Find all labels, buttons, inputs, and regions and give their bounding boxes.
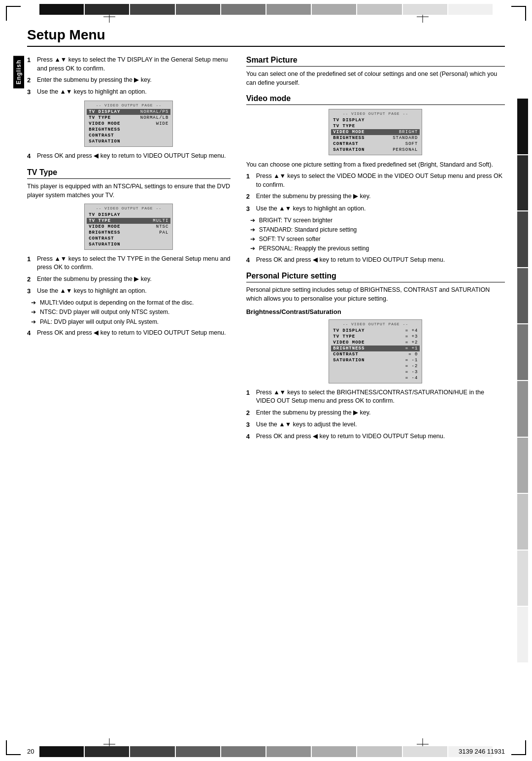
osd-br-row-1: TV DISPLAY = +4 [331,328,420,334]
osd-screen-brightness: -- VIDEO OUTPUT PAGE -- TV DISPLAY = +4 … [329,319,422,383]
corner-bl [6,740,21,755]
vm-bullet-arrow-3: ➔ [250,235,257,243]
left-column: English 1 Press ▲▼ keys to select the TV… [27,56,231,734]
osd1-row-2: TV TYPE NORMAL/LB [87,115,170,121]
osd2-row-1: TV DISPLAY [87,212,170,218]
vm-step-4-num: 4 [246,256,253,265]
br-step-1-text: Press ▲▼ keys to select the BRIGHTNESS/C… [256,388,505,406]
step-3-text: Use the ▲▼ keys to highlight an option. [37,88,231,97]
osd-vm-row-3: VIDEO MODE BRIGHT [331,129,420,135]
step-4-num: 4 [27,152,34,161]
br-step-3-text: Use the ▲▼ keys to adjust the level. [256,420,505,429]
vm-step-1: 1 Press ▲▼ keys to select the VIDEO MODE… [246,172,505,189]
tvtype-step-2-num: 2 [27,275,34,284]
corner-br [511,740,526,755]
tvtype-step-2: 2 Enter the submenu by pressing the ▶ ke… [27,275,231,284]
tv-type-title: TV Type [27,168,231,179]
step-1-num: 1 [27,56,34,73]
vm-bullet-3: ➔ SOFT: TV screen softer [250,235,505,243]
br-step-2-num: 2 [246,409,253,417]
vm-bullet-arrow-2: ➔ [250,226,257,234]
step-4-tv-display: 4 Press OK and press ◀ key to return to … [27,152,231,161]
brightness-subsection-title: Brightness/Contrast/Saturation [246,308,505,315]
step-1-left: 1 Press ▲▼ keys to select the TV DISPLAY… [27,56,231,73]
br-step-1-num: 1 [246,388,253,406]
br-step-3-num: 3 [246,420,253,429]
tvtype-bullet-2-text: NTSC: DVD player will output only NTSC s… [40,308,169,316]
vm-step-2: 2 Enter the submenu by pressing the ▶ ke… [246,192,505,201]
osd-br-row-6: SATURATION = -1 [331,357,420,363]
vm-bullet-arrow-4: ➔ [250,244,257,252]
vm-bullet-arrow-1: ➔ [250,216,257,224]
page-title: Setup Menu [27,27,505,47]
osd2-row-2: TV TYPE MULTI [87,218,170,224]
english-tab: English [13,56,24,88]
br-step-3: 3 Use the ▲▼ keys to adjust the level. [246,420,505,429]
step-2-num: 2 [27,76,34,85]
tvtype-step-3-num: 3 [27,287,34,296]
tvtype-bullet-3: ➔ PAL: DVD player will output only PAL s… [31,318,231,326]
osd1-row-1: TV DISPLAY NORMAL/PS [87,109,170,115]
osd-br-row-8: = -3 [331,369,420,375]
vm-step-3-text: Use the ▲▼ keys to highlight an option. [256,205,505,213]
smart-picture-body: You can select one of the predefined set… [246,69,505,87]
right-column: Smart Picture You can select one of the … [246,56,505,734]
vm-step-4-text: Press OK and press ◀ key to return to VI… [256,256,505,265]
vm-bullet-1: ➔ BRIGHT: TV screen brighter [250,216,505,224]
vm-bullet-1-text: BRIGHT: TV screen brighter [259,216,332,224]
osd2-row-4: BRIGHTNESS PAL [87,230,170,236]
osd-br-row-7: = -2 [331,363,420,369]
bullet-arrow-2: ➔ [31,308,38,316]
tv-type-body: This player is equipped with an NTSC/PAL… [27,182,231,200]
step-4-text: Press OK and press ◀ key to return to VI… [37,152,231,161]
osd2-row-3: VIDEO MODE NTSC [87,224,170,230]
osd-vm-title: -- VIDEO OUTPUT PAGE -- [331,111,420,116]
osd2-row-5: CONTRAST [87,236,170,242]
br-step-4-num: 4 [246,432,253,441]
osd-br-row-3: VIDEO MODE = +2 [331,340,420,346]
osd-screen-1: -- VIDEO OUTPUT PAGE -- TV DISPLAY NORMA… [84,101,173,147]
tvtype-step-1-text: Press ▲▼ keys to select the TV TYPE in t… [37,255,231,272]
tvtype-bullet-1: ➔ MULTI:Video output is depending on the… [31,299,231,307]
osd-br-row-9: = -4 [331,375,420,381]
personal-picture-body: Personal picture setting includes setup … [246,285,505,303]
vm-step-2-num: 2 [246,192,253,201]
smart-picture-title: Smart Picture [246,56,505,67]
osd-br-row-5: CONTRAST = 0 [331,351,420,357]
osd1-row-3: VIDEO MODE WIDE [87,121,170,127]
catalog-number: 3139 246 11931 [459,748,505,755]
osd2-title: -- VIDEO OUTPUT PAGE -- [87,206,170,210]
osd1-row-6: SATURATION [87,138,170,144]
tvtype-step-3: 3 Use the ▲▼ keys to highlight an option… [27,287,231,296]
personal-picture-title: Personal Picture setting [246,272,505,282]
vm-step-3: 3 Use the ▲▼ keys to highlight an option… [246,205,505,213]
step-3-left: 3 Use the ▲▼ keys to highlight an option… [27,88,231,97]
tvtype-step-4-num: 4 [27,329,34,338]
osd-vm-row-4: BRIGHTNESS STANDARD [331,135,420,141]
br-step-2-text: Enter the submenu by pressing the ▶ key. [256,409,505,417]
tvtype-step-2-text: Enter the submenu by pressing the ▶ key. [37,275,231,284]
br-step-4-text: Press OK and press ◀ key to return to VI… [256,432,505,441]
tvtype-step-1-num: 1 [27,255,34,272]
vm-step-3-num: 3 [246,205,253,213]
page-number: 20 [27,748,34,755]
osd1-row-5: CONTRAST [87,133,170,138]
vm-step-2-text: Enter the submenu by pressing the ▶ key. [256,192,505,201]
osd-screen-2: -- VIDEO OUTPUT PAGE -- TV DISPLAY TV TY… [84,204,173,250]
video-mode-body: You can choose one picture setting from … [246,160,505,169]
osd-br-title: -- VIDEO OUTPUT PAGE -- [331,322,420,326]
tvtype-bullet-2: ➔ NTSC: DVD player will output only NTSC… [31,308,231,316]
osd2-row-6: SATURATION [87,242,170,247]
osd-vm-row-2: TV TYPE [331,123,420,129]
tvtype-step-1: 1 Press ▲▼ keys to select the TV TYPE in… [27,255,231,272]
calib-bar-right [517,99,528,662]
osd-br-row-2: TV TYPE = +3 [331,334,420,340]
vm-step-1-text: Press ▲▼ keys to select the VIDEO MODE i… [256,172,505,189]
vm-bullet-2: ➔ STANDARD: Standard picture setting [250,226,505,234]
br-step-2: 2 Enter the submenu by pressing the ▶ ke… [246,409,505,417]
corner-tr [511,6,526,21]
calib-bar-top [39,4,493,15]
tvtype-step-3-text: Use the ▲▼ keys to highlight an option. [37,287,231,296]
step-3-num: 3 [27,88,34,97]
page-content: Setup Menu English 1 Press ▲▼ keys to se… [27,27,505,734]
